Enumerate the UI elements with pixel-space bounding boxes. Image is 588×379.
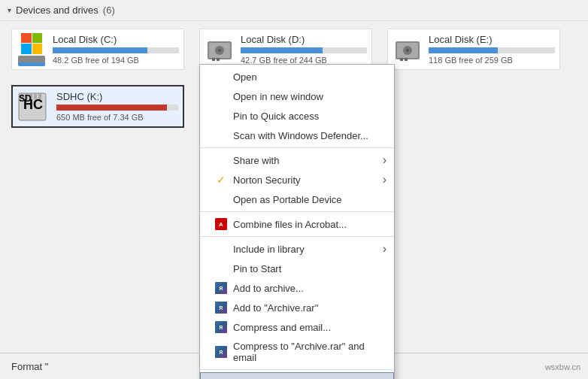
windows-drive-icon xyxy=(17,35,47,64)
open-icon xyxy=(215,71,227,83)
drive-c-info: Local Disk (C:) 48.2 GB free of 194 GB xyxy=(53,34,179,65)
menu-open-new-window-label: Open in new window xyxy=(233,91,323,102)
drive-k-name: SDHC (K:) xyxy=(56,91,178,102)
drive-c[interactable]: Local Disk (C:) 48.2 GB free of 194 GB xyxy=(11,29,184,70)
drive-c-bar xyxy=(53,47,147,53)
svg-point-9 xyxy=(406,49,409,52)
menu-scan-defender[interactable]: Scan with Windows Defender... xyxy=(200,126,394,145)
menu-open-new-window[interactable]: Open in new window xyxy=(200,86,394,106)
drive-e-bar xyxy=(429,47,498,53)
menu-add-archive-label: Add to archive... xyxy=(233,283,304,294)
menu-include-library[interactable]: Include in library xyxy=(200,239,394,259)
expand-arrow[interactable]: ▾ xyxy=(8,6,11,14)
norton-checkmark-icon: ✓ xyxy=(215,174,227,186)
separator-4 xyxy=(200,369,394,370)
menu-compress-email-label: Compress and email... xyxy=(233,322,331,333)
context-menu: Open Open in new window Pin to Quick acc… xyxy=(199,64,395,379)
menu-compress-archive-email[interactable]: R Compress to "Archive.rar" and email xyxy=(200,337,394,367)
drive-d-info: Local Disk (D:) 42.7 GB free of 244 GB xyxy=(241,34,367,65)
pin-start-icon xyxy=(215,262,227,274)
drive-count: (6) xyxy=(103,5,115,16)
drive-e-bar-container xyxy=(429,47,555,53)
drive-c-free: 48.2 GB free of 194 GB xyxy=(53,56,179,65)
rar-compress2-icon: R xyxy=(215,346,227,358)
separator-1 xyxy=(200,147,394,148)
rar-archive2-icon: R xyxy=(215,302,227,314)
separator-2 xyxy=(200,211,394,212)
menu-share-with-label: Share with xyxy=(233,155,279,166)
rar-compress-icon: R xyxy=(215,321,227,333)
svg-rect-10 xyxy=(400,58,403,61)
hdd-d-icon xyxy=(205,35,235,64)
portable-icon xyxy=(215,193,227,205)
drive-e-info: Local Disk (E:) 118 GB free of 259 GB xyxy=(429,34,555,65)
scan-defender-icon xyxy=(215,129,227,141)
drive-k[interactable]: SD HC SDHC (K:) 650 MB free of 7.34 GB xyxy=(11,85,184,128)
menu-pin-quick-access[interactable]: Pin to Quick access xyxy=(200,106,394,126)
header: ▾ Devices and drives (6) xyxy=(0,0,588,21)
menu-open[interactable]: Open xyxy=(200,67,394,86)
rar-archive-icon: R xyxy=(215,282,227,294)
pin-quick-icon xyxy=(215,110,227,122)
sdhc-icon-container: SD HC xyxy=(17,92,50,122)
drive-c-bar-container xyxy=(53,47,179,53)
menu-add-archive[interactable]: R Add to archive... xyxy=(200,278,394,298)
menu-pin-start-label: Pin to Start xyxy=(233,263,281,274)
share-with-icon xyxy=(215,154,227,166)
library-icon xyxy=(215,243,227,255)
menu-norton-security[interactable]: ✓ Norton Security xyxy=(200,170,394,190)
menu-include-library-label: Include in library xyxy=(233,244,305,255)
drive-d-bar xyxy=(241,47,323,53)
menu-pin-start[interactable]: Pin to Start xyxy=(200,259,394,278)
menu-format[interactable]: Format... xyxy=(200,372,394,379)
svg-rect-11 xyxy=(405,58,408,61)
menu-add-archive-rar[interactable]: R Add to "Archive.rar" xyxy=(200,298,394,317)
open-new-window-icon xyxy=(215,90,227,102)
menu-combine-acrobat[interactable]: A Combine files in Acrobat... xyxy=(200,214,394,234)
menu-norton-label: Norton Security xyxy=(233,174,301,186)
drive-d-name: Local Disk (D:) xyxy=(241,34,367,45)
hc-label: HC xyxy=(23,98,43,111)
menu-open-label: Open xyxy=(233,71,257,83)
menu-scan-defender-label: Scan with Windows Defender... xyxy=(233,130,368,141)
hdd-e-icon xyxy=(393,35,423,64)
drive-d-bar-container xyxy=(241,47,367,53)
drive-k-info: SDHC (K:) 650 MB free of 7.34 GB xyxy=(56,91,178,122)
menu-compress-email[interactable]: R Compress and email... xyxy=(200,317,394,337)
menu-share-with[interactable]: Share with xyxy=(200,150,394,170)
drive-c-name: Local Disk (C:) xyxy=(53,34,179,45)
menu-pin-quick-label: Pin to Quick access xyxy=(233,111,319,122)
section-title: Devices and drives xyxy=(16,5,99,16)
svg-point-3 xyxy=(218,49,221,52)
watermark: wsxbw.cn xyxy=(545,362,580,371)
separator-3 xyxy=(200,236,394,237)
drive-k-bar xyxy=(56,105,167,111)
drive-e-name: Local Disk (E:) xyxy=(429,34,555,45)
drive-k-free: 650 MB free of 7.34 GB xyxy=(56,113,178,122)
menu-combine-acrobat-label: Combine files in Acrobat... xyxy=(233,219,347,230)
status-text: Format " xyxy=(11,361,48,372)
svg-rect-4 xyxy=(212,58,215,61)
menu-open-portable-label: Open as Portable Device xyxy=(233,194,342,205)
svg-rect-5 xyxy=(217,58,220,61)
menu-open-portable[interactable]: Open as Portable Device xyxy=(200,190,394,209)
drive-k-bar-container xyxy=(56,105,178,111)
menu-compress-archive-email-label: Compress to "Archive.rar" and email xyxy=(233,341,379,363)
drive-e[interactable]: Local Disk (E:) 118 GB free of 259 GB xyxy=(387,29,560,70)
acrobat-icon: A xyxy=(215,218,227,230)
menu-add-archive-rar-label: Add to "Archive.rar" xyxy=(233,302,318,314)
drive-e-free: 118 GB free of 259 GB xyxy=(429,56,555,65)
